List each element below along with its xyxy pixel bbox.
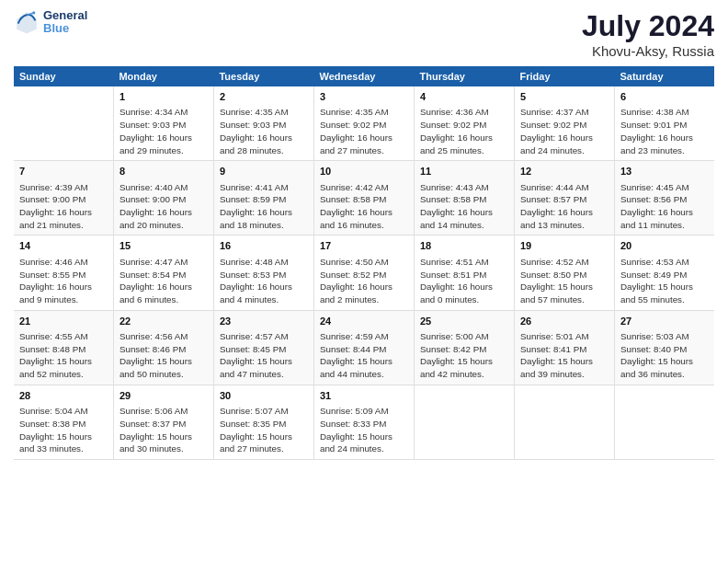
calendar-cell: 15Sunrise: 4:47 AMSunset: 8:54 PMDayligh… <box>113 236 213 310</box>
day-number: 30 <box>220 389 308 403</box>
day-number: 25 <box>420 315 508 328</box>
week-row-3: 14Sunrise: 4:46 AMSunset: 8:55 PMDayligh… <box>14 236 714 310</box>
day-number: 14 <box>19 239 108 253</box>
cell-info: Sunrise: 5:00 AMSunset: 8:42 PMDaylight:… <box>420 330 508 381</box>
calendar-cell: 30Sunrise: 5:07 AMSunset: 8:35 PMDayligh… <box>213 385 313 459</box>
calendar-cell <box>615 385 715 459</box>
week-row-1: 1Sunrise: 4:34 AMSunset: 9:03 PMDaylight… <box>14 86 714 161</box>
calendar-cell: 31Sunrise: 5:09 AMSunset: 8:33 PMDayligh… <box>313 385 414 459</box>
day-number: 19 <box>520 239 609 253</box>
cell-info: Sunrise: 4:44 AMSunset: 8:57 PMDaylight:… <box>520 181 609 232</box>
calendar-cell: 1Sunrise: 4:34 AMSunset: 9:03 PMDaylight… <box>113 86 213 161</box>
col-header-tuesday: Tuesday <box>213 66 313 86</box>
calendar-cell: 26Sunrise: 5:01 AMSunset: 8:41 PMDayligh… <box>514 310 614 385</box>
cell-info: Sunrise: 5:09 AMSunset: 8:33 PMDaylight:… <box>320 405 408 455</box>
calendar-cell: 14Sunrise: 4:46 AMSunset: 8:55 PMDayligh… <box>14 236 113 310</box>
cell-info: Sunrise: 4:35 AMSunset: 9:02 PMDaylight:… <box>320 106 408 156</box>
calendar-header: SundayMondayTuesdayWednesdayThursdayFrid… <box>14 66 714 86</box>
cell-info: Sunrise: 4:34 AMSunset: 9:03 PMDaylight:… <box>119 106 208 156</box>
calendar-cell: 7Sunrise: 4:39 AMSunset: 9:00 PMDaylight… <box>14 161 113 236</box>
cell-info: Sunrise: 5:04 AMSunset: 8:38 PMDaylight:… <box>19 405 108 455</box>
calendar-cell: 17Sunrise: 4:50 AMSunset: 8:52 PMDayligh… <box>313 236 414 310</box>
day-number: 31 <box>320 389 408 403</box>
calendar-cell: 8Sunrise: 4:40 AMSunset: 9:00 PMDaylight… <box>113 161 213 236</box>
week-row-5: 28Sunrise: 5:04 AMSunset: 8:38 PMDayligh… <box>14 385 714 459</box>
calendar-cell: 23Sunrise: 4:57 AMSunset: 8:45 PMDayligh… <box>213 310 313 385</box>
cell-info: Sunrise: 4:56 AMSunset: 8:46 PMDaylight:… <box>119 330 208 381</box>
subtitle: Khovu-Aksy, Russia <box>582 43 714 59</box>
calendar-cell: 4Sunrise: 4:36 AMSunset: 9:02 PMDaylight… <box>414 86 514 161</box>
cell-info: Sunrise: 4:50 AMSunset: 8:52 PMDaylight:… <box>320 256 408 306</box>
day-number: 3 <box>320 90 408 104</box>
cell-info: Sunrise: 4:51 AMSunset: 8:51 PMDaylight:… <box>420 256 508 306</box>
main-title: July 2024 <box>582 9 714 43</box>
day-number: 22 <box>119 315 208 328</box>
cell-info: Sunrise: 4:55 AMSunset: 8:48 PMDaylight:… <box>19 330 108 381</box>
logo: General Blue <box>14 9 87 36</box>
calendar-cell <box>14 86 113 161</box>
calendar-cell: 19Sunrise: 4:52 AMSunset: 8:50 PMDayligh… <box>514 236 614 310</box>
title-block: July 2024 Khovu-Aksy, Russia <box>582 9 714 59</box>
cell-info: Sunrise: 4:48 AMSunset: 8:53 PMDaylight:… <box>220 256 308 306</box>
day-number: 12 <box>520 165 609 178</box>
logo-icon <box>14 9 40 35</box>
calendar-cell <box>514 385 614 459</box>
calendar-cell: 16Sunrise: 4:48 AMSunset: 8:53 PMDayligh… <box>213 236 313 310</box>
week-row-2: 7Sunrise: 4:39 AMSunset: 9:00 PMDaylight… <box>14 161 714 236</box>
svg-point-2 <box>32 12 35 15</box>
calendar-cell: 3Sunrise: 4:35 AMSunset: 9:02 PMDaylight… <box>313 86 414 161</box>
col-header-sunday: Sunday <box>14 66 113 86</box>
cell-info: Sunrise: 4:36 AMSunset: 9:02 PMDaylight:… <box>420 106 508 156</box>
day-number: 28 <box>19 389 108 403</box>
day-number: 8 <box>119 165 208 178</box>
calendar-cell: 25Sunrise: 5:00 AMSunset: 8:42 PMDayligh… <box>414 310 514 385</box>
calendar-cell: 12Sunrise: 4:44 AMSunset: 8:57 PMDayligh… <box>514 161 614 236</box>
calendar-cell: 13Sunrise: 4:45 AMSunset: 8:56 PMDayligh… <box>615 161 715 236</box>
calendar-body: 1Sunrise: 4:34 AMSunset: 9:03 PMDaylight… <box>14 86 714 460</box>
calendar-cell: 28Sunrise: 5:04 AMSunset: 8:38 PMDayligh… <box>14 385 113 459</box>
day-number: 23 <box>220 315 308 328</box>
calendar-cell: 11Sunrise: 4:43 AMSunset: 8:58 PMDayligh… <box>414 161 514 236</box>
cell-info: Sunrise: 4:53 AMSunset: 8:49 PMDaylight:… <box>620 256 709 306</box>
calendar-cell: 20Sunrise: 4:53 AMSunset: 8:49 PMDayligh… <box>615 236 715 310</box>
cell-info: Sunrise: 4:47 AMSunset: 8:54 PMDaylight:… <box>119 256 208 306</box>
day-number: 4 <box>420 90 508 104</box>
day-number: 20 <box>620 239 709 253</box>
cell-info: Sunrise: 5:06 AMSunset: 8:37 PMDaylight:… <box>119 405 208 455</box>
day-number: 6 <box>620 90 709 104</box>
day-number: 16 <box>220 239 308 253</box>
cell-info: Sunrise: 4:37 AMSunset: 9:02 PMDaylight:… <box>520 106 609 156</box>
header: General Blue July 2024 Khovu-Aksy, Russi… <box>14 9 714 59</box>
day-number: 10 <box>320 165 408 178</box>
day-number: 21 <box>19 315 108 328</box>
day-number: 29 <box>119 389 208 403</box>
calendar-cell: 9Sunrise: 4:41 AMSunset: 8:59 PMDaylight… <box>213 161 313 236</box>
logo-text: General Blue <box>43 9 87 36</box>
week-row-4: 21Sunrise: 4:55 AMSunset: 8:48 PMDayligh… <box>14 310 714 385</box>
cell-info: Sunrise: 4:52 AMSunset: 8:50 PMDaylight:… <box>520 256 609 306</box>
cell-info: Sunrise: 4:45 AMSunset: 8:56 PMDaylight:… <box>620 181 709 232</box>
day-number: 15 <box>119 239 208 253</box>
col-header-friday: Friday <box>514 66 614 86</box>
cell-info: Sunrise: 5:01 AMSunset: 8:41 PMDaylight:… <box>520 330 609 381</box>
page-container: General Blue July 2024 Khovu-Aksy, Russi… <box>0 0 728 469</box>
day-number: 5 <box>520 90 609 104</box>
calendar-cell: 21Sunrise: 4:55 AMSunset: 8:48 PMDayligh… <box>14 310 113 385</box>
day-number: 24 <box>320 315 408 328</box>
day-number: 18 <box>420 239 508 253</box>
col-header-saturday: Saturday <box>615 66 715 86</box>
calendar-cell: 10Sunrise: 4:42 AMSunset: 8:58 PMDayligh… <box>313 161 414 236</box>
day-number: 11 <box>420 165 508 178</box>
cell-info: Sunrise: 4:46 AMSunset: 8:55 PMDaylight:… <box>19 256 108 306</box>
calendar-cell <box>414 385 514 459</box>
day-number: 9 <box>220 165 308 178</box>
day-number: 7 <box>19 165 108 178</box>
calendar-cell: 22Sunrise: 4:56 AMSunset: 8:46 PMDayligh… <box>113 310 213 385</box>
day-number: 27 <box>620 315 709 328</box>
calendar-cell: 24Sunrise: 4:59 AMSunset: 8:44 PMDayligh… <box>313 310 414 385</box>
col-header-thursday: Thursday <box>414 66 514 86</box>
day-number: 26 <box>520 315 609 328</box>
cell-info: Sunrise: 4:40 AMSunset: 9:00 PMDaylight:… <box>119 181 208 232</box>
day-number: 17 <box>320 239 408 253</box>
calendar-cell: 6Sunrise: 4:38 AMSunset: 9:01 PMDaylight… <box>615 86 715 161</box>
